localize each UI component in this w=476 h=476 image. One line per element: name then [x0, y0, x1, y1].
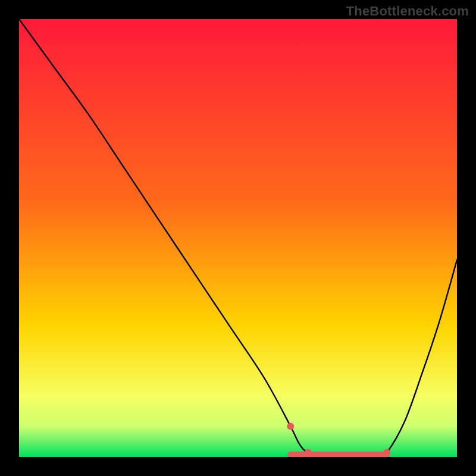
- bottleneck-chart: [19, 19, 457, 457]
- watermark-text: TheBottleneck.com: [346, 4, 469, 19]
- marker-dot: [305, 449, 312, 456]
- marker-dot: [287, 423, 294, 430]
- marker-dot: [383, 449, 390, 456]
- gradient-background: [19, 19, 457, 457]
